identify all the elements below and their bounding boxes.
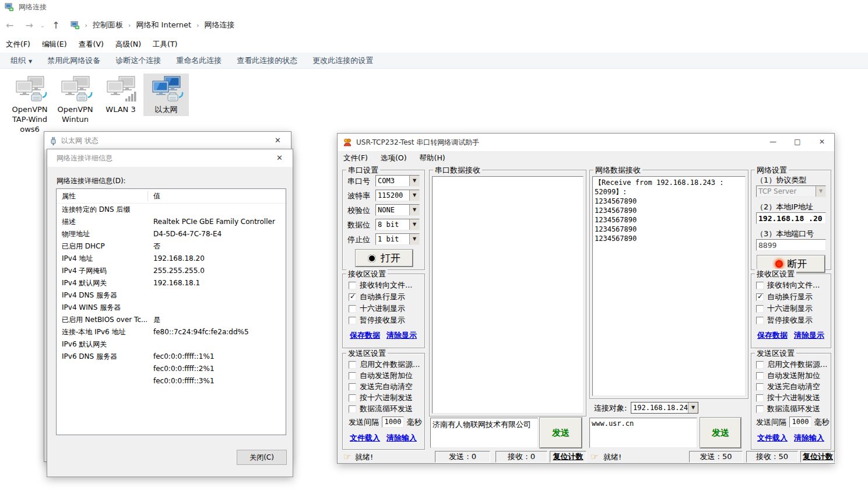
- checkbox-pause-recv[interactable]: 暂停接收显示: [349, 315, 405, 326]
- clear-display-link[interactable]: 清除显示: [386, 330, 417, 341]
- databits-combo[interactable]: 8 bit▼: [375, 219, 420, 230]
- checkbox[interactable]: [349, 317, 356, 324]
- table-row[interactable]: 连接-本地 IPv6 地址fe80::7c24:94fc:fe2a:dd%5: [57, 326, 286, 338]
- open-serial-button[interactable]: 打开: [356, 250, 413, 267]
- baudrate-combo[interactable]: 115200▼: [375, 190, 420, 201]
- local-port-input[interactable]: 8899: [756, 239, 826, 251]
- close-icon[interactable]: ✕: [266, 149, 293, 166]
- table-row[interactable]: IPv6 DNS 服务器fec0:0:0:ffff::1%1: [57, 351, 286, 363]
- checkbox[interactable]: [756, 394, 764, 402]
- table-row[interactable]: IPv4 WINS 服务器: [57, 302, 286, 314]
- clear-input-link[interactable]: 清除输入: [386, 433, 417, 443]
- net-send-button[interactable]: 发送: [700, 418, 741, 448]
- checkbox-file-source[interactable]: 启用文件数据源...: [756, 359, 827, 370]
- checkbox-pause-recv[interactable]: 暂停接收显示: [756, 315, 813, 326]
- serial-send-input[interactable]: 济南有人物联网技术有限公司: [430, 418, 538, 448]
- close-button[interactable]: 关闭(C): [237, 450, 287, 465]
- stopbits-combo[interactable]: 1 bit▼: [375, 233, 420, 245]
- checkbox[interactable]: [349, 394, 356, 402]
- table-row[interactable]: 已启用 NetBIOS over Tc...是: [57, 314, 286, 326]
- clear-display-link[interactable]: 清除显示: [794, 330, 824, 341]
- peer-combo[interactable]: 192.168.18.243:520▼: [631, 402, 698, 414]
- table-row[interactable]: 描述Realtek PCIe GbE Family Controller: [57, 216, 286, 228]
- minimize-button[interactable]: —: [761, 134, 785, 150]
- chevron-down-icon[interactable]: ▼: [409, 176, 419, 186]
- checkbox[interactable]: [349, 383, 356, 391]
- organize-button[interactable]: 组织▼: [3, 55, 40, 66]
- table-row[interactable]: 连接特定的 DNS 后缀: [57, 204, 286, 216]
- chevron-down-icon[interactable]: ▼: [409, 190, 419, 201]
- menu-advanced[interactable]: 高级(N): [115, 40, 141, 50]
- adapter-ethernet-selected[interactable]: 以太网: [143, 74, 189, 116]
- checkbox-loop-send[interactable]: 数据流循环发送: [756, 404, 820, 414]
- menu-edit[interactable]: 编辑(E): [42, 40, 67, 50]
- menu-file[interactable]: 文件(F): [6, 40, 30, 50]
- breadcrumb-item-network-internet[interactable]: 网络和 Internet: [136, 20, 191, 30]
- maximize-button[interactable]: □: [785, 134, 810, 150]
- checkbox-clear-after-send[interactable]: 发送完自动清空: [349, 382, 413, 392]
- adapter-openvpn-tap[interactable]: OpenVPNTAP-Windows6: [7, 74, 52, 136]
- menu-help[interactable]: 帮助(H): [420, 153, 445, 163]
- checkbox[interactable]: [349, 405, 356, 413]
- checkbox-auto-append[interactable]: 自动发送附加位: [756, 370, 820, 381]
- checkbox[interactable]: [349, 361, 356, 369]
- protocol-combo[interactable]: TCP Server▼: [756, 186, 826, 197]
- serial-recv-area[interactable]: [432, 176, 584, 414]
- column-property[interactable]: 属性: [62, 189, 147, 203]
- checkbox[interactable]: [349, 293, 356, 301]
- interval-input[interactable]: 1000: [382, 416, 404, 428]
- diagnose-connection-button[interactable]: 诊断这个连接: [108, 55, 168, 66]
- checkbox-loop-send[interactable]: 数据流循环发送: [349, 404, 413, 414]
- chevron-down-icon[interactable]: ▼: [688, 402, 698, 413]
- column-value[interactable]: 值: [153, 189, 283, 203]
- table-row[interactable]: IPv4 子网掩码255.255.255.0: [57, 265, 286, 277]
- checkbox[interactable]: [756, 305, 764, 313]
- serial-send-button[interactable]: 发送: [540, 418, 582, 448]
- checkbox[interactable]: [349, 305, 356, 313]
- checkbox[interactable]: [756, 317, 764, 324]
- checkbox-clear-after-send[interactable]: 发送完自动清空: [756, 382, 820, 392]
- view-connection-status-button[interactable]: 查看此连接的状态: [229, 55, 305, 66]
- checkbox[interactable]: [756, 383, 764, 391]
- chevron-down-icon[interactable]: ▼: [409, 234, 419, 244]
- checkbox-send-hex[interactable]: 按十六进制发送: [349, 393, 413, 403]
- close-icon[interactable]: ✕: [265, 132, 291, 149]
- load-file-link[interactable]: 文件载入: [350, 433, 380, 443]
- save-data-link[interactable]: 保存数据: [757, 330, 788, 341]
- table-row[interactable]: IPv4 DNS 服务器: [57, 289, 286, 302]
- adapter-openvpn-wintun[interactable]: OpenVPNWintun: [52, 74, 98, 126]
- table-row[interactable]: IPv6 默认网关: [57, 338, 286, 351]
- menu-file[interactable]: 文件(F): [343, 153, 368, 163]
- chevron-down-icon[interactable]: ▼: [409, 205, 419, 215]
- checkbox-file-source[interactable]: 启用文件数据源...: [349, 359, 420, 370]
- breadcrumb-item-network-connections[interactable]: 网络连接: [205, 20, 235, 30]
- checkbox[interactable]: [756, 282, 764, 289]
- table-row[interactable]: IPv4 默认网关192.168.18.1: [57, 277, 286, 289]
- table-row[interactable]: 已启用 DHCP否: [57, 240, 286, 253]
- rename-connection-button[interactable]: 重命名此连接: [168, 55, 229, 66]
- clear-input-link[interactable]: 清除输入: [794, 433, 824, 443]
- disable-device-button[interactable]: 禁用此网络设备: [40, 55, 108, 66]
- checkbox[interactable]: [756, 293, 764, 301]
- load-file-link[interactable]: 文件载入: [757, 433, 788, 443]
- interval-input[interactable]: 1000: [789, 416, 811, 428]
- checkbox[interactable]: [349, 372, 356, 380]
- checkbox[interactable]: [756, 372, 764, 380]
- breadcrumb-item-control-panel[interactable]: 控制面板: [93, 20, 123, 30]
- checkbox-recv-to-file[interactable]: 接收转向文件...: [756, 280, 820, 290]
- serial-port-combo[interactable]: COM3▼: [375, 175, 420, 187]
- back-button[interactable]: ←: [0, 20, 19, 31]
- net-reset-count-button[interactable]: 复位计数: [800, 451, 835, 463]
- local-ip-input[interactable]: 192.168.18 .20: [756, 212, 826, 224]
- checkbox-hex-display[interactable]: 十六进制显示: [349, 303, 405, 314]
- table-row[interactable]: fec0:0:0:ffff::2%1: [57, 363, 286, 375]
- chevron-down-icon[interactable]: ▼: [409, 219, 419, 230]
- menu-tools[interactable]: 工具(T): [153, 40, 177, 50]
- checkbox[interactable]: [349, 282, 356, 289]
- checkbox[interactable]: [756, 361, 764, 369]
- close-icon[interactable]: ✕: [810, 134, 834, 150]
- checkbox[interactable]: [756, 405, 764, 413]
- checkbox-recv-to-file[interactable]: 接收转向文件...: [349, 280, 412, 290]
- parity-combo[interactable]: NONE▼: [375, 204, 420, 216]
- adapter-wlan3[interactable]: WLAN 3: [98, 74, 143, 116]
